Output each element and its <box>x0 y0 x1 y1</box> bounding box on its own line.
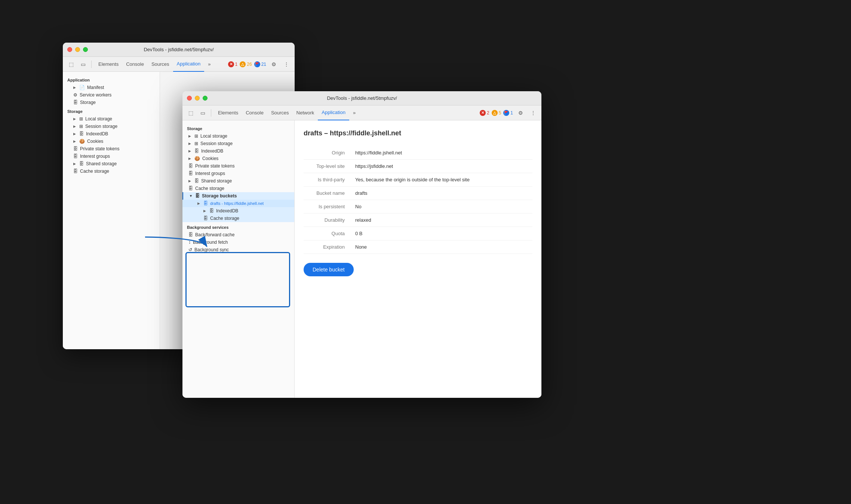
interest-groups-icon: 🗄 <box>188 171 193 176</box>
front-session-storage[interactable]: ▶ ⊞ Session storage <box>182 140 294 147</box>
expiration-key: Expiration <box>304 240 352 254</box>
front-private-tokens[interactable]: 🗄 Private state tokens <box>182 162 294 170</box>
local-storage-label: Local storage <box>85 116 112 122</box>
detail-panel: drafts – https://fiddle.jshell.net Origi… <box>295 120 541 398</box>
front-bg-fetch[interactable]: ↕ Background fetch <box>182 239 294 246</box>
tab-more[interactable]: » <box>204 57 214 72</box>
sidebar-shared-storage[interactable]: ▶ 🗄 Shared storage <box>63 160 160 168</box>
storage-label: Storage <box>80 100 96 105</box>
front-tab-sources[interactable]: Sources <box>267 105 293 120</box>
front-tab-network[interactable]: Network <box>293 105 318 120</box>
cache-storage-icon: 🗄 <box>188 186 193 191</box>
sidebar-session-storage[interactable]: ▶ ⊞ Session storage <box>63 123 160 130</box>
toolbar-tabs: Elements Console Sources Application » <box>95 57 227 72</box>
toplevel-key: Top-level site <box>304 160 352 173</box>
shared-storage-icon: 🗄 <box>79 161 84 166</box>
front-back-forward-cache[interactable]: 🗄 Back/forward cache <box>182 231 294 239</box>
front-inspect-icon[interactable]: ⬚ <box>185 108 196 118</box>
front-settings-icon[interactable]: ⚙ <box>515 108 526 118</box>
front-maximize-button[interactable] <box>203 96 208 101</box>
front-drafts-item[interactable]: ▶ 🗄 drafts - https://fiddle.jshell.net <box>182 200 294 207</box>
device-icon[interactable]: ▭ <box>78 59 88 70</box>
minimize-button[interactable] <box>75 47 80 52</box>
front-device-icon[interactable]: ▭ <box>197 108 208 118</box>
private-tokens-icon: 🗄 <box>73 146 78 151</box>
front-more-icon[interactable]: ⋮ <box>528 108 538 118</box>
tab-elements[interactable]: Elements <box>95 57 122 72</box>
front-cache-storage[interactable]: 🗄 Cache storage <box>182 185 294 192</box>
durability-key: Durability <box>304 213 352 227</box>
sidebar-private-state-tokens[interactable]: 🗄 Private state tokens <box>63 145 160 153</box>
indexeddb-bucket-icon: 🗄 <box>209 208 214 213</box>
cookies-icon: 🍪 <box>79 139 85 144</box>
shared-storage-label: Shared storage <box>86 161 117 166</box>
front-cookies[interactable]: ▶ 🍪 Cookies <box>182 155 294 162</box>
inspect-icon[interactable]: ⬚ <box>66 59 76 70</box>
private-tokens-label: Private state tokens <box>80 146 119 151</box>
origin-value: https://fiddle.jshell.net <box>352 146 532 160</box>
tab-application[interactable]: Application <box>173 57 205 72</box>
front-bg-sync[interactable]: ↺ Background sync <box>182 246 294 253</box>
delete-bucket-button[interactable]: Delete bucket <box>304 263 354 276</box>
sidebar-service-workers[interactable]: ⚙ Service workers <box>63 91 160 99</box>
arrow-icon: ▶ <box>73 125 77 128</box>
front-storage-buckets[interactable]: ▼ 🗄 Storage buckets <box>182 192 294 200</box>
backforward-label: Back/forward cache <box>195 232 234 237</box>
maximize-button[interactable] <box>83 47 88 52</box>
bg-sync-icon: ↺ <box>188 247 192 252</box>
front-tab-application[interactable]: Application <box>318 105 349 120</box>
indexeddb-icon: 🗄 <box>79 131 84 136</box>
drafts-icon: 🗄 <box>203 201 208 206</box>
arrow-icon: ▶ <box>188 149 192 153</box>
sidebar-indexeddb[interactable]: ▶ 🗄 IndexedDB <box>63 130 160 138</box>
detail-table: Origin https://fiddle.jshell.net Top-lev… <box>304 146 532 254</box>
front-close-button[interactable] <box>187 96 192 101</box>
detail-row-toplevel: Top-level site https://jsfiddle.net <box>304 160 532 173</box>
sidebar-storage-main[interactable]: 🗄 Storage <box>63 99 160 106</box>
front-local-storage[interactable]: ▶ ⊞ Local storage <box>182 132 294 140</box>
front-shared-storage[interactable]: ▶ 🗄 Shared storage <box>182 177 294 185</box>
bucketname-key: Bucket name <box>304 187 352 200</box>
bg-fetch-icon: ↕ <box>188 240 191 245</box>
sidebar-cookies[interactable]: ▶ 🍪 Cookies <box>63 138 160 145</box>
front-tab-more[interactable]: » <box>349 105 359 120</box>
section-storage: Storage <box>63 106 160 115</box>
front-indexeddb-bucket[interactable]: ▶ 🗄 IndexedDB <box>182 207 294 215</box>
settings-icon[interactable]: ⚙ <box>268 59 279 70</box>
arrow-icon: ▶ <box>188 157 192 160</box>
front-toolbar: ⬚ ▭ Elements Console Sources Network App… <box>182 105 541 120</box>
warn-icon: △ <box>240 61 246 67</box>
front-tab-console[interactable]: Console <box>242 105 267 120</box>
sidebar-cache-storage[interactable]: 🗄 Cache storage <box>63 168 160 175</box>
arrow-icon: ▶ <box>73 139 77 143</box>
front-warn-badge: △ 5 <box>492 110 501 116</box>
sidebar-interest-groups[interactable]: 🗄 Interest groups <box>63 153 160 160</box>
tab-console[interactable]: Console <box>122 57 148 72</box>
front-indexeddb[interactable]: ▶ 🗄 IndexedDB <box>182 147 294 155</box>
session-storage-icon: ⊞ <box>79 124 83 129</box>
front-tab-elements[interactable]: Elements <box>214 105 242 120</box>
tab-sources[interactable]: Sources <box>148 57 173 72</box>
cache-storage-label: Cache storage <box>80 169 109 174</box>
front-window: DevTools - jsfiddle.net/5tmpfuzv/ ⬚ ▭ El… <box>182 91 541 398</box>
arrow-expand-icon: ▼ <box>189 194 193 198</box>
drafts-label: drafts - https://fiddle.jshell.net <box>210 201 264 206</box>
section-bg-services: Background services <box>182 222 294 231</box>
more-icon[interactable]: ⋮ <box>281 59 292 70</box>
sidebar-local-storage[interactable]: ▶ ⊞ Local storage <box>63 115 160 123</box>
persistent-key: Is persistent <box>304 200 352 213</box>
manifest-icon: 📄 <box>79 85 85 90</box>
cache-storage-icon: 🗄 <box>73 169 78 174</box>
interest-groups-icon: 🗄 <box>73 154 78 159</box>
front-cache-storage-bucket[interactable]: 🗄 Cache storage <box>182 215 294 222</box>
storage-buckets-label: Storage buckets <box>202 193 237 199</box>
front-sidebar: Storage ▶ ⊞ Local storage ▶ ⊞ Session st… <box>182 120 295 398</box>
indexeddb-icon: 🗄 <box>194 148 199 154</box>
front-interest-groups[interactable]: 🗄 Interest groups <box>182 170 294 177</box>
shared-storage-icon: 🗄 <box>194 178 199 184</box>
indexeddb-label: IndexedDB <box>86 131 108 136</box>
front-minimize-button[interactable] <box>195 96 200 101</box>
close-button[interactable] <box>67 47 72 52</box>
sidebar-manifest[interactable]: ▶ 📄 Manifest <box>63 84 160 91</box>
detail-row-persistent: Is persistent No <box>304 200 532 213</box>
